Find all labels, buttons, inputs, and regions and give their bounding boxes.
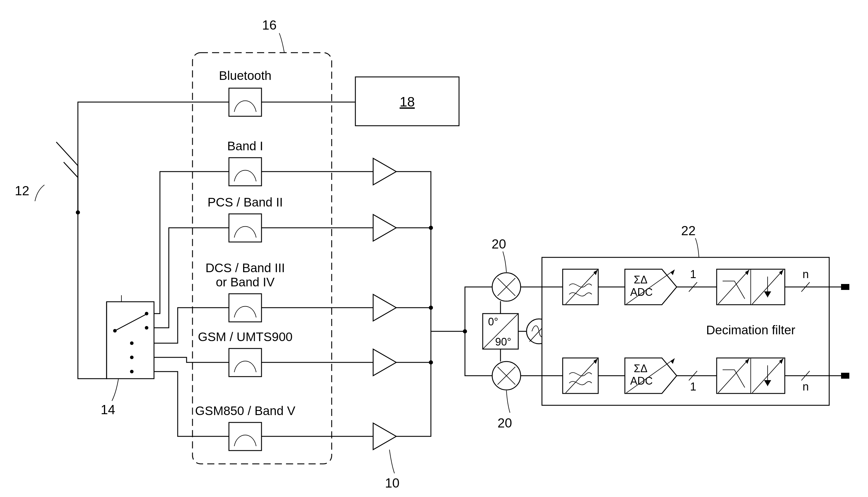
ref-lna: 10	[385, 476, 400, 490]
filter-band2: PCS / Band II	[208, 195, 283, 242]
label-band2: PCS / Band II	[208, 195, 283, 209]
rf-switch: 14	[101, 295, 154, 417]
label-band3-l1: DCS / Band III	[206, 261, 285, 275]
out-stub-q	[829, 373, 849, 379]
filter-q	[563, 358, 598, 394]
ref-filter-bank: 16	[262, 18, 277, 32]
filter-band4: GSM / UMTS900	[198, 330, 293, 377]
svg-point-7	[130, 370, 134, 373]
svg-point-16	[429, 306, 433, 310]
label-band4: GSM / UMTS900	[198, 330, 293, 344]
lead-10	[389, 450, 395, 473]
filter-i	[563, 269, 598, 305]
label-bluetooth: Bluetooth	[219, 69, 271, 83]
svg-point-4	[145, 326, 148, 329]
svg-point-6	[130, 356, 134, 359]
ref-adc-block: 22	[681, 223, 695, 238]
wire-sw-b4	[154, 357, 229, 363]
mixer-i	[492, 273, 521, 301]
ref-antenna: 12	[15, 183, 29, 198]
filter-band3: DCS / Band III or Band IV	[206, 261, 285, 322]
ref-mixer-bot: 20	[497, 416, 512, 430]
label-decimation: Decimation filter	[706, 323, 795, 337]
label-sd-i: ΣΔ	[634, 274, 647, 286]
label-n-q: n	[802, 381, 809, 393]
label-band5: GSM850 / Band V	[195, 404, 295, 418]
bus-seg4	[396, 331, 431, 363]
mixer-q	[492, 361, 521, 390]
filter-bank-outline	[193, 53, 332, 464]
label-1-q: 1	[690, 381, 696, 393]
iq-splitter: 0° 90°	[483, 314, 518, 349]
svg-point-15	[429, 226, 433, 230]
ref-mixer-top: 20	[492, 237, 506, 251]
decim-i	[717, 269, 785, 305]
label-90deg: 90°	[495, 336, 511, 348]
svg-point-17	[429, 360, 433, 365]
lead-20-bot	[506, 390, 510, 413]
bt-processor: 18	[355, 77, 459, 126]
label-band1: Band I	[227, 139, 263, 153]
wire-antenna-switch	[78, 212, 107, 379]
antenna: 12	[15, 142, 80, 214]
lead-20-top	[503, 252, 506, 272]
filter-band1: Band I	[227, 139, 263, 186]
ref-switch: 14	[101, 402, 115, 417]
svg-point-3	[145, 312, 148, 315]
lead-16	[279, 33, 284, 53]
label-sd-q: ΣΔ	[634, 363, 647, 374]
label-band3-l2: or Band IV	[216, 275, 275, 289]
label-n-i: n	[802, 268, 809, 281]
label-1-i: 1	[690, 268, 696, 281]
ref-bt-block: 18	[400, 94, 415, 110]
label-0deg: 0°	[488, 316, 498, 328]
decim-q	[717, 358, 785, 394]
out-stub-i	[829, 284, 849, 290]
lead-22	[695, 238, 699, 257]
wire-antenna-bt	[78, 102, 229, 212]
svg-point-5	[130, 341, 134, 345]
wire-sw-b1	[154, 172, 229, 314]
bus-seg5	[396, 363, 431, 436]
filter-band5: GSM850 / Band V	[195, 404, 295, 451]
filter-bluetooth: Bluetooth	[219, 69, 271, 116]
